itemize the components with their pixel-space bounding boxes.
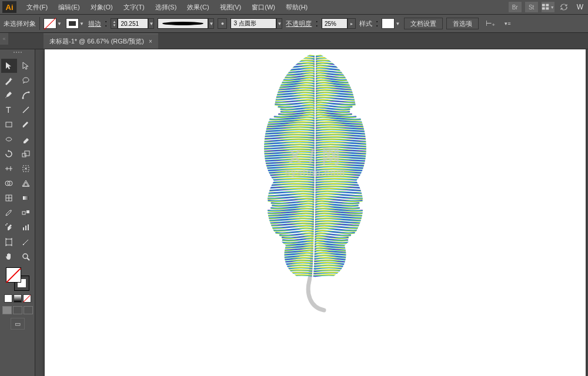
style-swatch-group[interactable]: ▼ [382,18,400,29]
blend-tool[interactable] [18,206,34,220]
brush-profile[interactable]: ▼ [158,18,214,29]
rectangle-tool[interactable] [1,118,17,132]
fill-stroke-control[interactable] [6,267,29,291]
document-setup-button[interactable]: 文档设置 [404,18,443,29]
menu-window[interactable]: 窗口(W) [246,1,280,14]
toolbox: T [0,49,35,376]
menu-object[interactable]: 对象(O) [85,1,118,14]
magic-wand-tool[interactable] [1,73,17,88]
window-letter: W [577,3,583,11]
chevron-down-icon[interactable]: ▼ [56,18,62,29]
line-tool[interactable] [18,103,34,117]
svg-rect-8 [6,122,12,127]
dock-collapse[interactable]: « [0,33,8,45]
bridge-icon[interactable]: Br [509,2,522,12]
stepper-icon[interactable]: ▲▼ [111,18,118,29]
profile-icon[interactable]: ● [218,18,227,29]
gradient-mode[interactable] [14,294,22,303]
main-area: T [0,49,588,376]
free-transform-tool[interactable] [18,162,34,176]
svg-rect-23 [6,239,12,245]
svg-point-24 [23,254,28,258]
brush-definition[interactable]: 3 点圆形 ▼ [230,18,282,29]
opacity-input[interactable]: 25% ▸ [322,18,356,29]
chevron-right-icon[interactable]: ▸ [348,18,356,29]
arrange-icon[interactable]: ▼ [542,2,554,12]
stroke-swatch-group[interactable]: ▼ [66,18,85,29]
opacity-value[interactable]: 25% [322,18,348,29]
eyedropper-tool[interactable] [1,206,17,220]
selection-tool[interactable] [1,59,17,73]
pen-tool[interactable] [1,88,17,102]
zoom-tool[interactable] [18,250,34,264]
feather-artwork [221,49,409,316]
stock-icon[interactable]: St [525,2,538,12]
svg-rect-16 [22,212,25,214]
stroke-weight-input[interactable]: ▲▼ 20.251 ▼ [111,18,154,29]
svg-point-18 [5,224,6,226]
paintbrush-tool[interactable] [18,118,34,132]
menu-type[interactable]: 文字(T) [118,1,150,14]
pin-icon[interactable]: ⊢₊ [482,19,499,28]
toolbox-grip[interactable] [1,52,34,56]
menu-edit[interactable]: 编辑(E) [53,1,85,14]
document-tab[interactable]: 未标题-1* @ 66.67% (RGB/预览) × [44,33,158,49]
close-icon[interactable]: × [149,38,152,45]
rotate-tool[interactable] [1,147,17,161]
draw-inside[interactable] [24,306,33,314]
slice-tool[interactable] [18,235,34,249]
brush-preview[interactable] [158,18,208,29]
svg-rect-21 [25,226,26,230]
type-tool[interactable]: T [1,103,17,117]
brush-name[interactable]: 3 点圆形 [230,18,276,29]
panel-menu-icon[interactable]: ▾≡ [502,21,513,26]
column-graph-tool[interactable] [18,220,34,234]
symbol-sprayer-tool[interactable] [1,220,17,234]
direct-selection-tool[interactable] [18,59,34,73]
eraser-tool[interactable] [18,132,34,146]
chevron-down-icon[interactable]: ▼ [208,18,214,29]
hand-tool[interactable] [1,250,17,264]
menu-select[interactable]: 选择(S) [150,1,182,14]
menu-effect[interactable]: 效果(C) [182,1,214,14]
chevron-down-icon[interactable]: ▼ [148,18,154,29]
mesh-tool[interactable] [1,191,17,205]
artboard-tool[interactable] [1,235,17,249]
draw-normal[interactable] [2,306,12,314]
shape-builder-tool[interactable] [1,176,17,190]
stroke-weight-value[interactable]: 20.251 [118,18,148,29]
gradient-tool[interactable] [18,191,34,205]
chevron-down-icon[interactable]: ▼ [395,18,400,29]
svg-rect-9 [22,153,26,157]
svg-point-4 [22,98,24,99]
chevron-down-icon[interactable]: ▼ [276,18,282,29]
opacity-label[interactable]: 不透明度 [286,19,312,28]
divider [39,17,40,30]
none-mode[interactable] [23,294,31,303]
chevron-down-icon[interactable]: ▼ [79,18,85,29]
menu-file[interactable]: 文件(F) [21,1,53,14]
stroke-label[interactable]: 描边 [88,19,101,28]
fill-swatch[interactable] [44,18,56,29]
curvature-tool[interactable] [18,88,34,102]
preferences-button[interactable]: 首选项 [446,18,479,29]
scale-tool[interactable] [18,147,34,161]
canvas-area[interactable]: X / 网 system.com [35,49,588,376]
svg-rect-2 [542,8,544,10]
fill-color[interactable] [6,267,21,283]
fill-swatch-group[interactable]: ▼ [44,18,62,29]
menu-view[interactable]: 视图(V) [215,1,247,14]
style-swatch[interactable] [382,18,395,29]
sync-icon[interactable] [558,2,570,12]
shaper-tool[interactable] [1,132,17,146]
draw-behind[interactable] [13,306,22,314]
lasso-tool[interactable] [18,73,34,88]
color-mode[interactable] [4,294,12,303]
menu-help[interactable]: 帮助(H) [280,1,313,14]
artboard[interactable]: X / 网 system.com [45,49,586,376]
stroke-swatch[interactable] [66,18,79,29]
screen-mode-button[interactable]: ▭ [11,318,25,330]
width-tool[interactable] [1,162,17,176]
perspective-grid-tool[interactable] [18,176,34,190]
svg-point-19 [6,223,8,224]
